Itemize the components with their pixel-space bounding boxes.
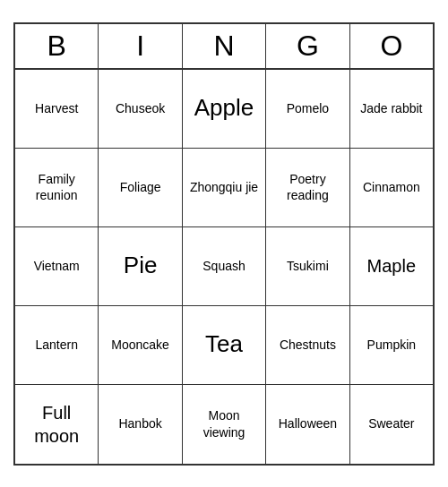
header-cell: O (350, 24, 433, 70)
bingo-body: HarvestChuseokApplePomeloJade rabbitFami… (15, 70, 433, 464)
bingo-cell: Sweater (350, 385, 433, 464)
bingo-cell: Pomelo (266, 70, 349, 149)
bingo-cell: Pie (99, 227, 182, 306)
bingo-card: BINGO HarvestChuseokApplePomeloJade rabb… (13, 22, 435, 466)
bingo-cell: Lantern (15, 306, 99, 385)
bingo-cell: Full moon (15, 385, 99, 464)
header-cell: I (99, 24, 182, 70)
bingo-cell: Chestnuts (266, 306, 349, 385)
bingo-cell: Tea (183, 306, 266, 385)
bingo-cell: Cinnamon (350, 149, 433, 227)
bingo-cell: Halloween (266, 385, 349, 464)
bingo-cell: Moon viewing (183, 385, 266, 464)
header-cell: N (183, 24, 266, 70)
bingo-row: Full moonHanbokMoon viewingHalloweenSwea… (15, 385, 433, 464)
bingo-cell: Foliage (99, 149, 182, 227)
bingo-header: BINGO (15, 24, 433, 70)
bingo-cell: Family reunion (15, 149, 99, 227)
bingo-row: HarvestChuseokApplePomeloJade rabbit (15, 70, 433, 149)
bingo-cell: Chuseok (99, 70, 182, 149)
bingo-cell: Mooncake (99, 306, 182, 385)
header-cell: G (266, 24, 349, 70)
bingo-row: LanternMooncakeTeaChestnutsPumpkin (15, 306, 433, 385)
bingo-cell: Squash (183, 227, 266, 306)
bingo-cell: Maple (350, 227, 433, 306)
bingo-cell: Vietnam (15, 227, 99, 306)
bingo-cell: Tsukimi (266, 227, 349, 306)
bingo-cell: Harvest (15, 70, 99, 149)
header-cell: B (15, 24, 99, 70)
bingo-cell: Poetry reading (266, 149, 349, 227)
bingo-row: VietnamPieSquashTsukimiMaple (15, 227, 433, 306)
bingo-cell: Apple (183, 70, 266, 149)
bingo-cell: Hanbok (99, 385, 182, 464)
bingo-row: Family reunionFoliageZhongqiu jiePoetry … (15, 149, 433, 227)
bingo-cell: Jade rabbit (350, 70, 433, 149)
bingo-cell: Pumpkin (350, 306, 433, 385)
bingo-cell: Zhongqiu jie (183, 149, 266, 227)
